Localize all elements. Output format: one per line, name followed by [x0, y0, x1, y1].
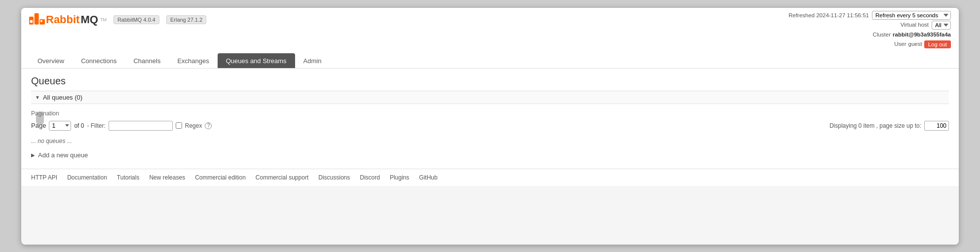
vhost-select[interactable]: All [932, 21, 951, 30]
section-title: All queues (0) [43, 94, 82, 101]
tab-exchanges[interactable]: Exchanges [169, 53, 217, 68]
footer-link-commercial-support[interactable]: Commercial support [256, 174, 308, 181]
rabbitmq-logo: RabbitMQTM [29, 13, 107, 27]
logo-mq: MQ [80, 13, 98, 26]
svg-rect-1 [35, 13, 39, 24]
footer-link-discord[interactable]: Discord [360, 174, 380, 181]
no-queues-message: ... no queues ... [31, 138, 949, 144]
filter-label: - Filter: [87, 122, 105, 129]
rabbit-icon [29, 13, 45, 27]
top-right-panel: Refreshed 2024-11-27 11:56:51 Refresh ev… [789, 11, 951, 49]
logo-rabbit: Rabbit [46, 13, 79, 26]
vhost-label: Virtual host [901, 20, 929, 30]
displaying-label: Displaying 0 item , page size up to: [829, 122, 921, 129]
regex-label: Regex [185, 122, 202, 129]
svg-rect-3 [30, 20, 33, 22]
logout-button[interactable]: Log out [924, 40, 951, 48]
right-pagination: Displaying 0 item , page size up to: [829, 121, 949, 131]
footer-link-documentation[interactable]: Documentation [67, 174, 107, 181]
add-queue-link[interactable]: Add a new queue [38, 151, 88, 159]
footer-link-commercial-edition[interactable]: Commercial edition [195, 174, 246, 181]
footer-link-http-api[interactable]: HTTP API [31, 174, 57, 181]
section-header[interactable]: ▼ All queues (0) [31, 91, 949, 104]
rabbitmq-version: RabbitMQ 4.0.4 [113, 15, 159, 24]
tab-queues-streams[interactable]: Queues and Streams [218, 53, 295, 68]
of-zero-label: of 0 [74, 122, 84, 129]
nav-tabs: Overview Connections Channels Exchanges … [29, 53, 951, 68]
tab-admin[interactable]: Admin [295, 53, 330, 68]
page-title: Queues [31, 75, 949, 87]
add-queue-arrow-icon: ▶ [31, 152, 35, 158]
svg-rect-2 [39, 19, 45, 25]
footer-link-tutorials[interactable]: Tutorials [117, 174, 140, 181]
refreshed-timestamp: Refreshed 2024-11-27 11:56:51 [789, 11, 869, 21]
refresh-select[interactable]: Refresh every 5 seconds Refresh every 10… [872, 11, 951, 20]
erlang-version: Erlang 27.1.2 [166, 15, 206, 24]
cluster-label: Cluster [873, 30, 891, 40]
regex-help-icon[interactable]: ? [205, 122, 212, 129]
add-queue-row[interactable]: ▶ Add a new queue [31, 151, 949, 159]
svg-rect-4 [40, 20, 42, 22]
tab-connections[interactable]: Connections [73, 53, 125, 68]
filter-input[interactable] [109, 121, 173, 131]
page-size-input[interactable] [924, 121, 949, 131]
user-name: guest [908, 39, 922, 49]
scroll-indicator [36, 111, 44, 125]
cluster-name: rabbit@9b3a9355fa4a [893, 30, 951, 40]
tab-channels[interactable]: Channels [125, 53, 169, 68]
page-select[interactable]: 1 [49, 121, 71, 131]
footer-link-plugins[interactable]: Plugins [390, 174, 409, 181]
footer: HTTP API Documentation Tutorials New rel… [21, 169, 959, 186]
pagination-row: Page 1 of 0 - Filter: Regex ? Displaying… [31, 121, 949, 131]
footer-link-new-releases[interactable]: New releases [149, 174, 185, 181]
footer-link-discussions[interactable]: Discussions [318, 174, 350, 181]
user-label: User [894, 39, 906, 49]
pagination-label: Pagination [31, 110, 949, 117]
regex-checkbox[interactable] [176, 122, 182, 129]
logo-tm: TM [100, 17, 107, 22]
footer-link-github[interactable]: GitHub [419, 174, 437, 181]
collapse-icon[interactable]: ▼ [35, 95, 40, 100]
tab-overview[interactable]: Overview [29, 53, 73, 68]
